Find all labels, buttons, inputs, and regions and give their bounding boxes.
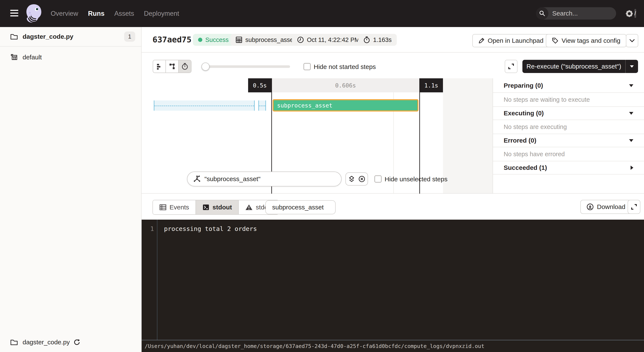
section-preparing-body: No steps are waiting to execute	[493, 93, 644, 106]
asset-tag[interactable]: subprocess_asset	[230, 34, 300, 46]
stopwatch-icon	[363, 36, 370, 43]
reexecute-dropdown[interactable]	[625, 60, 638, 73]
clock-icon	[297, 36, 304, 43]
hide-not-started-checkbox[interactable]	[304, 63, 311, 70]
events-table-icon	[159, 204, 166, 211]
global-search[interactable]: /	[536, 7, 616, 19]
caret-down-icon	[629, 84, 633, 87]
footer-file-name: dagster_code.py	[22, 339, 70, 346]
download-icon	[586, 203, 594, 211]
stopwatch-icon	[182, 63, 188, 70]
dagster-logo-icon[interactable]	[25, 4, 43, 23]
caret-right-icon	[630, 166, 633, 170]
nav-runs[interactable]: Runs	[88, 10, 104, 17]
section-preparing[interactable]: Preparing (0)	[493, 79, 644, 92]
dagster-run-page: Overview Runs Assets Deployment / dagste…	[0, 0, 644, 352]
tab-events[interactable]: Events	[153, 200, 196, 214]
job-name: default	[22, 54, 42, 61]
clear-filter-icon[interactable]	[358, 175, 366, 183]
log-console[interactable]	[142, 220, 644, 340]
view-timed-button[interactable]	[179, 60, 191, 72]
top-navbar: Overview Runs Assets Deployment /	[0, 0, 644, 27]
caret-down-icon	[630, 65, 634, 68]
caret-down-icon	[629, 139, 633, 142]
warning-icon	[245, 204, 253, 211]
log-gutter-divider	[157, 220, 158, 340]
caret-down-icon	[629, 112, 633, 115]
log-fullscreen-button[interactable]	[628, 200, 640, 214]
gantt-view-mode-toggle	[153, 60, 192, 73]
section-executing-body: No steps are executing	[493, 120, 644, 134]
view-tags-config-button[interactable]: View tags and config	[546, 34, 626, 47]
gantt-waiting-segment	[258, 100, 266, 111]
section-executing[interactable]: Executing (0)	[493, 107, 644, 120]
reload-icon[interactable]	[73, 339, 80, 346]
run-count-badge: 1	[124, 31, 135, 42]
table-grid-icon	[236, 36, 242, 43]
flat-view-icon	[156, 63, 163, 70]
folder-icon	[10, 339, 18, 346]
search-input[interactable]	[548, 10, 634, 17]
tag-icon	[552, 37, 558, 44]
gantt-marker-span: 0.606s	[272, 78, 420, 92]
left-sidebar: dagster_code.py 1 default dagster_code.p…	[0, 27, 142, 352]
filter-actions	[346, 172, 368, 186]
step-filter-input[interactable]	[204, 175, 337, 183]
gantt-after-end-zone	[443, 78, 492, 194]
gantt-marker-start: 0.5s	[248, 78, 272, 92]
hamburger-menu-icon[interactable]	[10, 10, 18, 16]
sidebar-code-location[interactable]: dagster_code.py 1	[0, 27, 141, 47]
download-button[interactable]: Download	[580, 200, 631, 214]
gantt-waiting-segment	[154, 100, 255, 111]
gantt-step-bar[interactable]: subprocess_asset	[272, 99, 418, 111]
code-location-name: dagster_code.py	[22, 33, 73, 40]
primary-nav: Overview Runs Assets Deployment	[51, 0, 179, 27]
step-filter-input-wrap	[187, 172, 342, 186]
sidebar-footer: dagster_code.py	[0, 336, 141, 349]
panel-divider	[493, 174, 644, 175]
sidebar-item-default-job[interactable]: default	[0, 50, 141, 64]
chevron-down-icon	[629, 39, 635, 42]
log-step-selector[interactable]: subprocess_asset	[265, 200, 336, 214]
hide-not-started-label[interactable]: Hide not started steps	[314, 63, 376, 70]
layers-icon[interactable]	[348, 175, 355, 183]
section-errored[interactable]: Errored (0)	[493, 134, 644, 147]
tab-stdout[interactable]: stdout	[196, 200, 239, 214]
run-actions-chevron-button[interactable]	[626, 34, 638, 47]
duration-tag: 1.163s	[358, 34, 397, 46]
terminal-icon	[202, 204, 210, 211]
view-flat-button[interactable]	[153, 60, 166, 72]
expand-icon	[630, 203, 638, 210]
section-errored-body: No steps have errored	[493, 147, 644, 161]
log-footer: /Users/yuhan/dev/local/dagster_home/stor…	[142, 340, 644, 352]
section-succeeded[interactable]: Succeeded (1)	[493, 161, 644, 174]
run-id: 637aed75	[152, 35, 192, 44]
timestamp-tag: Oct 11, 4:22:42 PM	[292, 34, 365, 46]
log-line-number: 1	[142, 225, 154, 232]
pencil-icon	[478, 37, 485, 44]
open-in-launchpad-button[interactable]: Open in Launchpad	[472, 34, 550, 47]
gantt-end-line	[419, 78, 420, 194]
log-line-text: processing total 2 orders	[164, 225, 257, 232]
zoom-slider-track[interactable]	[203, 65, 290, 68]
hide-unselected-checkbox[interactable]	[374, 175, 382, 183]
folder-icon	[10, 33, 18, 40]
reexecute-button[interactable]: Re-execute ("subprocess_asset")	[522, 60, 638, 73]
status-badge: Success	[193, 34, 234, 46]
zoom-slider-knob[interactable]	[202, 62, 210, 71]
expand-icon	[508, 63, 514, 70]
log-file-path: /Users/yuhan/dev/local/dagster_home/stor…	[144, 343, 484, 349]
gantt-fullscreen-button[interactable]	[505, 60, 518, 73]
search-icon	[536, 7, 548, 19]
log-tabs: Events stdout stderr	[152, 200, 279, 215]
nav-deployment[interactable]: Deployment	[144, 10, 179, 17]
waterfall-view-icon	[168, 63, 176, 70]
hide-unselected-label[interactable]: Hide unselected steps	[384, 176, 448, 183]
view-waterfall-button[interactable]	[166, 60, 179, 72]
nav-overview[interactable]: Overview	[51, 10, 78, 17]
op-selector-icon	[193, 175, 201, 183]
gantt-marker-end: 1.1s	[420, 78, 443, 92]
nav-assets[interactable]: Assets	[114, 10, 134, 17]
success-dot-icon	[198, 38, 202, 42]
settings-gear-icon[interactable]	[624, 8, 635, 19]
